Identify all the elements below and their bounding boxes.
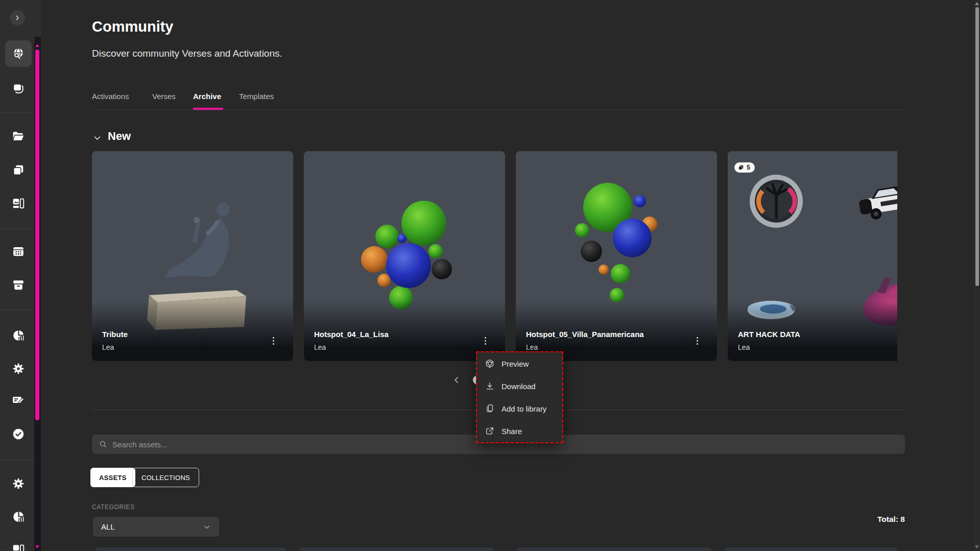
copy-icon [12, 163, 25, 177]
sidebar-item-settings-secondary[interactable] [5, 470, 32, 497]
collections-filter-button[interactable]: COLLECTIONS [132, 468, 199, 487]
card-author: Lea [738, 343, 750, 351]
asset-card[interactable]: Hotspot_04_La_Lisa Lea [304, 151, 505, 361]
sidebar-item-analytics[interactable] [5, 322, 32, 349]
asset-card[interactable]: 5 ART HACK DATA Lea [728, 151, 897, 361]
chevron-left-icon [451, 375, 462, 385]
cube-3d-icon [485, 358, 495, 369]
pie-chart-icon [12, 510, 25, 523]
chevron-right-icon [13, 14, 21, 22]
tab-verses[interactable]: Verses [152, 92, 176, 101]
menu-item-share[interactable]: Share [477, 420, 562, 442]
storyboard-icon [12, 197, 25, 210]
tab-activations[interactable]: Activations [92, 92, 129, 101]
card-edit-icon [12, 393, 25, 406]
gear-icon [12, 362, 25, 375]
card-author: Lea [314, 343, 326, 351]
card-author: Lea [526, 343, 538, 351]
collection-count: 5 [747, 164, 750, 171]
asset-card[interactable]: Hotspot_05_Villa_Panamericana Lea [516, 151, 717, 361]
assets-filter-button[interactable]: ASSETS [90, 468, 135, 487]
add-to-library-icon [485, 403, 495, 414]
sidebar-divider [0, 112, 34, 113]
asset-grid-card-top [95, 547, 286, 551]
folder-open-icon [12, 130, 25, 143]
sidebar-item-settings[interactable] [5, 355, 32, 382]
archive-box-icon [12, 278, 25, 292]
sidebar-item-community[interactable] [5, 40, 32, 67]
asset-grid-card-top [299, 547, 494, 551]
asset-grid-card-top [517, 547, 712, 551]
window-scrollbar-thumb[interactable] [975, 7, 979, 286]
sidebar-item-calendar[interactable] [5, 238, 32, 265]
sidebar-divider [0, 460, 34, 460]
collection-count-badge: 5 [734, 162, 755, 173]
asset-grid-card-top [725, 547, 897, 551]
storyboard-icon [12, 543, 25, 551]
menu-item-add-to-library[interactable]: Add to library [477, 397, 562, 420]
asset-card[interactable]: Tribute Lea [92, 151, 293, 361]
menu-item-label: Download [501, 382, 536, 391]
gear-icon [12, 477, 25, 490]
section-title: New [108, 130, 131, 143]
card-title: Tribute [102, 330, 128, 339]
sidebar-item-billing[interactable] [5, 387, 32, 413]
sidebar-item-storyboards-secondary[interactable] [5, 536, 32, 551]
chevron-down-icon [93, 134, 102, 142]
scroll-up-arrow[interactable] [35, 44, 39, 47]
sidebar-item-verses[interactable] [5, 75, 32, 102]
pie-chart-icon [12, 329, 25, 342]
copy-icon [738, 164, 744, 171]
sidebar [0, 0, 41, 551]
card-menu-button[interactable] [480, 334, 491, 347]
menu-item-label: Add to library [501, 404, 546, 413]
card-menu-button[interactable] [691, 334, 703, 347]
categories-dropdown[interactable]: ALL [93, 517, 219, 537]
sidebar-item-analytics-secondary[interactable] [5, 504, 32, 530]
scroll-down-arrow[interactable] [35, 545, 39, 548]
sidebar-item-archive[interactable] [5, 272, 32, 298]
total-count: Total: 8 [803, 515, 905, 524]
tab-templates[interactable]: Templates [239, 92, 274, 101]
app-window: Community Discover community Verses and … [0, 0, 980, 551]
check-circle-icon [12, 427, 25, 441]
chevron-down-icon [203, 523, 211, 531]
page-subtitle: Discover community Verses and Activation… [92, 48, 282, 59]
sidebar-item-files[interactable] [5, 123, 32, 150]
section-collapse-toggle[interactable] [93, 134, 102, 145]
menu-item-label: Preview [501, 360, 529, 368]
card-title: Hotspot_05_Villa_Panamericana [526, 330, 644, 339]
search-icon [99, 440, 108, 449]
carousel-prev-button[interactable] [451, 374, 462, 386]
card-author: Lea [102, 343, 114, 351]
sidebar-scrollbar[interactable] [34, 37, 41, 551]
sidebar-divider [0, 309, 34, 310]
layers-icon [12, 82, 25, 95]
menu-item-label: Share [501, 427, 522, 436]
scroll-down-arrow[interactable] [975, 545, 979, 548]
card-title: ART HACK DATA [738, 330, 800, 339]
sidebar-item-storyboards[interactable] [5, 190, 32, 217]
page-title: Community [92, 18, 174, 35]
sidebar-item-collections[interactable] [5, 157, 32, 183]
sidebar-item-approvals[interactable] [5, 421, 32, 447]
categories-selected-value: ALL [101, 522, 115, 531]
menu-item-preview[interactable]: Preview [477, 352, 562, 375]
sidebar-divider [0, 229, 34, 229]
globe-search-icon [12, 47, 25, 60]
calendar-icon [12, 245, 25, 258]
asset-context-menu: Preview Download Add to library Share [476, 351, 563, 443]
tab-archive[interactable]: Archive [193, 92, 221, 101]
menu-item-download[interactable]: Download [477, 375, 562, 397]
new-assets-carousel: Tribute Lea [92, 151, 897, 361]
download-icon [485, 381, 495, 391]
sidebar-scrollbar-thumb[interactable] [35, 50, 39, 420]
window-scrollbar[interactable] [974, 0, 980, 551]
card-title: Hotspot_04_La_Lisa [314, 330, 389, 339]
categories-label: CATEGORIES [92, 504, 135, 511]
tabs-divider [92, 110, 905, 110]
sidebar-expand-button[interactable] [10, 10, 25, 26]
scroll-up-arrow[interactable] [975, 2, 979, 5]
share-icon [485, 426, 495, 436]
card-menu-button[interactable] [268, 334, 279, 347]
